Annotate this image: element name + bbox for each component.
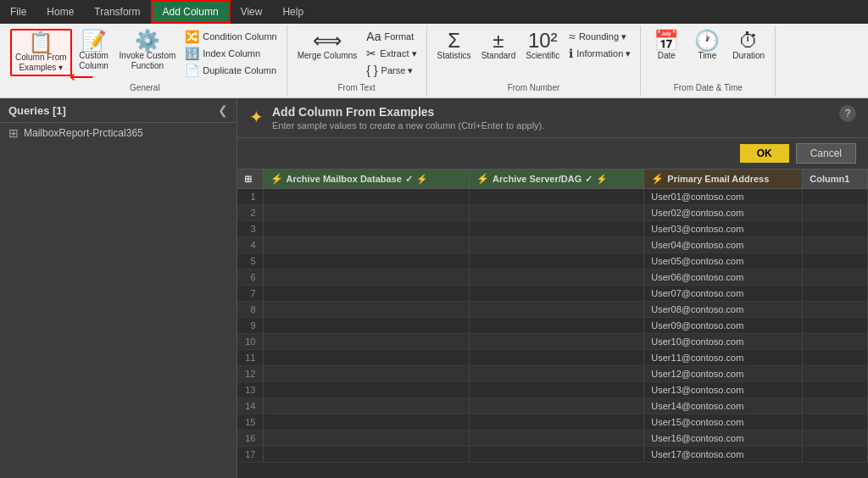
row-num-cell: 14 <box>237 398 263 414</box>
table-row[interactable]: 6 User06@contoso.com <box>237 270 868 286</box>
ribbon-group-from-datetime: 📅 Date 🕐 Time ⏱ Duration From Date & Tim… <box>641 25 776 96</box>
date-button[interactable]: 📅 Date <box>648 29 685 63</box>
column1-cell[interactable] <box>803 270 868 286</box>
table-row[interactable]: 14 User14@contoso.com <box>237 398 868 414</box>
column1-cell[interactable] <box>803 382 868 398</box>
column1-cell[interactable] <box>803 221 868 237</box>
table-row[interactable]: 12 User12@contoso.com <box>237 366 868 382</box>
from-datetime-label: From Date & Time <box>674 81 743 92</box>
table-row[interactable]: 2 User02@contoso.com <box>237 205 868 221</box>
column1-cell[interactable] <box>803 286 868 302</box>
tab-help[interactable]: Help <box>272 2 314 22</box>
information-button[interactable]: ℹ Information ▾ <box>566 46 633 61</box>
table-row[interactable]: 4 User04@contoso.com <box>237 237 868 253</box>
tab-view[interactable]: View <box>231 2 273 22</box>
primary-email-cell: User07@contoso.com <box>644 286 803 302</box>
server-check-icon: ✓ <box>585 174 593 185</box>
archive-server-cell <box>470 237 644 253</box>
index-column-button[interactable]: 🔢 Index Column <box>182 46 279 61</box>
col-header-column1[interactable]: Column1 <box>803 170 868 189</box>
column1-cell[interactable] <box>803 447 868 463</box>
primary-email-cell: User02@contoso.com <box>644 205 803 221</box>
column1-cell[interactable] <box>803 431 868 447</box>
column-from-examples-button[interactable]: 📋 Column FromExamples ▾ <box>10 29 72 76</box>
scientific-icon: 10² <box>528 31 558 51</box>
archive-server-cell <box>470 447 644 463</box>
rounding-label: Rounding ▾ <box>579 31 626 42</box>
table-row[interactable]: 8 User08@contoso.com <box>237 302 868 318</box>
archive-db-cell <box>263 189 470 205</box>
primary-email-cell: User17@contoso.com <box>644 447 803 463</box>
row-num-cell: 12 <box>237 366 263 382</box>
tab-file[interactable]: File <box>0 2 36 22</box>
table-row[interactable]: 7 User07@contoso.com <box>237 286 868 302</box>
col-header-archive-server[interactable]: ⚡ Archive Server/DAG ✓ ⚡ <box>470 170 644 189</box>
row-num-cell: 7 <box>237 286 263 302</box>
archive-db-cell <box>263 237 470 253</box>
column1-cell[interactable] <box>803 398 868 414</box>
archive-server-cell <box>470 431 644 447</box>
archive-server-cell <box>470 253 644 270</box>
column1-cell[interactable] <box>803 237 868 253</box>
column1-cell[interactable] <box>803 350 868 366</box>
row-num-cell: 6 <box>237 270 263 286</box>
column1-cell[interactable] <box>803 302 868 318</box>
invoke-custom-function-button[interactable]: ⚙️ Invoke CustomFunction <box>116 29 180 73</box>
tab-home[interactable]: Home <box>36 2 84 22</box>
table-row[interactable]: 15 User15@contoso.com <box>237 414 868 431</box>
rounding-button[interactable]: ≈ Rounding ▾ <box>566 29 633 44</box>
time-icon: 🕐 <box>694 31 720 51</box>
archive-server-cell <box>470 382 644 398</box>
archive-server-cell <box>470 334 644 350</box>
ok-button[interactable]: OK <box>740 144 789 163</box>
scientific-button[interactable]: 10² Scientific <box>522 29 563 63</box>
invoke-label: Invoke CustomFunction <box>120 51 176 71</box>
sidebar-collapse-button[interactable]: ❮ <box>218 103 228 117</box>
sidebar-item-mailbox[interactable]: ⊞ MailboxReport-Prctical365 <box>0 123 236 143</box>
date-icon: 📅 <box>654 31 679 51</box>
column1-cell[interactable] <box>803 366 868 382</box>
table-row[interactable]: 10 User10@contoso.com <box>237 334 868 350</box>
num-header-icon: ⊞ <box>244 174 252 184</box>
column1-cell[interactable] <box>803 414 868 431</box>
data-table-container[interactable]: ⊞ ⚡ Archive Mailbox Database ✓ ⚡ <box>237 170 868 478</box>
column1-cell[interactable] <box>803 318 868 334</box>
condition-column-button[interactable]: 🔀 Condition Column <box>182 29 279 44</box>
column1-cell[interactable] <box>803 253 868 270</box>
time-button[interactable]: 🕐 Time <box>688 29 726 63</box>
archive-db-cell <box>263 366 470 382</box>
standard-button[interactable]: ± Standard <box>478 29 520 63</box>
table-row[interactable]: 13 User13@contoso.com <box>237 382 868 398</box>
column1-cell[interactable] <box>803 205 868 221</box>
tab-add-column[interactable]: Add Column <box>151 0 231 24</box>
duration-button[interactable]: ⏱ Duration <box>729 29 768 63</box>
duplicate-column-button[interactable]: 📄 Duplicate Column <box>182 63 279 78</box>
tab-transform[interactable]: Transform <box>84 2 150 22</box>
table-row[interactable]: 16 User16@contoso.com <box>237 431 868 447</box>
column1-header-label: Column1 <box>810 174 849 184</box>
merge-columns-button[interactable]: ⟺ Merge Columns <box>294 29 361 63</box>
rounding-info-col: ≈ Rounding ▾ ℹ Information ▾ <box>566 29 633 61</box>
primary-email-cell: User11@contoso.com <box>644 350 803 366</box>
parse-button[interactable]: { } Parse ▾ <box>364 63 419 78</box>
column1-cell[interactable] <box>803 189 868 205</box>
row-num-cell: 13 <box>237 382 263 398</box>
format-button[interactable]: Aa Format <box>364 29 419 44</box>
table-row[interactable]: 11 User11@contoso.com <box>237 350 868 366</box>
table-row[interactable]: 9 User09@contoso.com <box>237 318 868 334</box>
archive-server-cell <box>470 366 644 382</box>
extract-icon: ✂ <box>366 47 376 60</box>
table-row[interactable]: 3 User03@contoso.com <box>237 221 868 237</box>
cancel-button[interactable]: Cancel <box>796 143 856 164</box>
extract-button[interactable]: ✂ Extract ▾ <box>364 46 419 61</box>
table-row[interactable]: 17 User17@contoso.com <box>237 447 868 463</box>
table-row[interactable]: 1 User01@contoso.com <box>237 189 868 205</box>
help-button[interactable]: ? <box>839 105 856 122</box>
from-number-label: From Number <box>508 81 560 92</box>
archive-server-cell <box>470 350 644 366</box>
col-header-archive-db[interactable]: ⚡ Archive Mailbox Database ✓ ⚡ <box>263 170 470 189</box>
table-row[interactable]: 5 User05@contoso.com <box>237 253 868 270</box>
col-header-primary-email[interactable]: ⚡ Primary Email Address <box>644 170 803 189</box>
column1-cell[interactable] <box>803 334 868 350</box>
statistics-button[interactable]: Σ Statistics <box>434 29 475 63</box>
